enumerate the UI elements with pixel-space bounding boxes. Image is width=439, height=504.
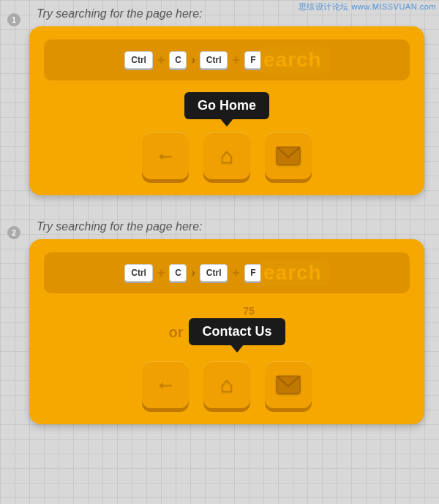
buttons-row-2: ← ⌂ xyxy=(142,361,312,408)
section-2: 2 Try searching for the page here: Ctrl … xyxy=(0,213,439,437)
shortcut-bar-1: Ctrl + C › Ctrl + F earch xyxy=(44,40,410,80)
home-button-2[interactable]: ⌂ xyxy=(203,361,250,408)
key-ctrl-1: Ctrl xyxy=(124,51,153,69)
watermark: 思综设计论坛 www.MISSVUAN.com xyxy=(299,1,436,12)
tooltip-row-2: or Contact Us xyxy=(168,318,285,347)
key-ctrl2-2: Ctrl xyxy=(200,264,228,282)
or-text: or xyxy=(168,324,183,341)
search-combined-2: F earch xyxy=(244,260,329,286)
key-f-2: F xyxy=(244,264,262,282)
plus-operator-2b: + xyxy=(232,266,240,281)
tooltip-container-2: Contact Us xyxy=(189,318,285,347)
search-label-1: earch xyxy=(260,47,329,73)
arrow-operator-2: › xyxy=(191,266,195,279)
buttons-row-1: ← ⌂ xyxy=(142,132,312,179)
key-f-1: F xyxy=(244,51,262,69)
mail-icon-2 xyxy=(276,375,301,394)
plus-operator2-1: + xyxy=(232,53,240,68)
card-1: Ctrl + C › Ctrl + F earch Go Home ← xyxy=(29,26,424,195)
search-combined-1: F earch xyxy=(244,47,329,73)
key-ctrl2-1: Ctrl xyxy=(200,51,228,69)
arrow-operator-1: › xyxy=(191,53,195,67)
section-number-2: 2 xyxy=(7,226,20,239)
mail-button-2[interactable] xyxy=(265,361,312,408)
tooltip-section-2: 75 or Contact Us ← ⌂ xyxy=(44,305,410,408)
percent-label: 75 xyxy=(243,305,255,317)
key-c-2: C xyxy=(169,264,187,282)
key-ctrl-2: Ctrl xyxy=(124,264,153,282)
mail-icon-1 xyxy=(276,146,301,165)
home-button-1[interactable]: ⌂ xyxy=(203,132,250,179)
arrow-left-icon-2: ← xyxy=(155,373,176,396)
card-2: Ctrl + C › Ctrl + F earch 75 or Contact … xyxy=(29,239,424,424)
search-label-2: earch xyxy=(260,260,329,286)
tooltip-bubble-1: Go Home xyxy=(184,92,269,119)
mail-button-1[interactable] xyxy=(265,132,312,179)
section-1: 1 Try searching for the page here: Ctrl … xyxy=(0,0,439,208)
tooltip-container-1: Go Home xyxy=(184,92,269,121)
shortcut-bar-2: Ctrl + C › Ctrl + F earch xyxy=(44,252,410,293)
home-icon-2: ⌂ xyxy=(220,372,233,397)
arrow-left-icon-1: ← xyxy=(155,144,176,168)
home-icon-1: ⌂ xyxy=(220,143,233,168)
plus-operator-1: + xyxy=(157,53,165,68)
plus-operator-2a: + xyxy=(157,266,165,281)
back-button-1[interactable]: ← xyxy=(142,132,189,179)
section-number-1: 1 xyxy=(7,13,20,26)
try-text-2: Try searching for the page here: xyxy=(29,220,424,233)
tooltip-bubble-2: Contact Us xyxy=(189,318,285,345)
back-button-2[interactable]: ← xyxy=(142,361,189,408)
key-c-1: C xyxy=(169,51,187,69)
tooltip-section-1: Go Home ← ⌂ xyxy=(44,92,410,179)
